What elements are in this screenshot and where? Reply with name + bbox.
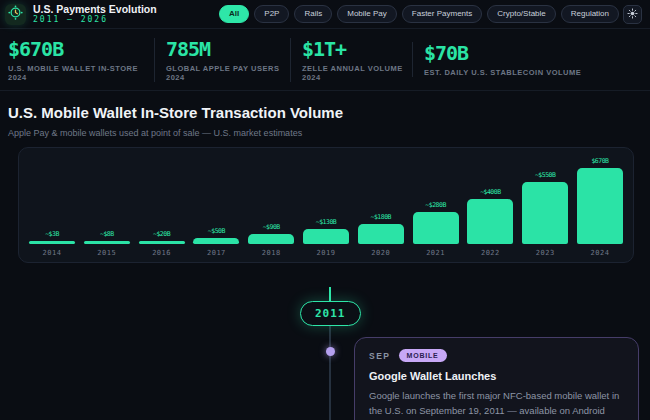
bar-2023 <box>522 182 568 244</box>
filter-bar: AllP2PRailsMobile PayFaster PaymentsCryp… <box>219 5 619 23</box>
event-description: Google launches the first major NFC-base… <box>369 388 624 420</box>
bar-value-label: ~$550B <box>535 171 555 179</box>
bar-year-label: 2020 <box>371 249 390 257</box>
filter-pill-mobile-pay[interactable]: Mobile Pay <box>337 5 397 23</box>
bar-value-label: ~$400B <box>480 188 500 196</box>
bar-year-label: 2017 <box>207 249 226 257</box>
bar-column-2023: ~$550B2023 <box>522 171 568 257</box>
bar-chart-card: ~$3B2014~$8B2015~$20B2016~$50B2017~$90B2… <box>18 147 634 263</box>
bar-2020 <box>358 224 404 244</box>
event-title: Google Wallet Launches <box>369 370 624 382</box>
filter-pill-all[interactable]: All <box>219 5 249 23</box>
bar-chart: ~$3B2014~$8B2015~$20B2016~$50B2017~$90B2… <box>29 157 623 257</box>
filter-pill-p2p[interactable]: P2P <box>254 5 289 23</box>
stats-strip: $670BU.S. MOBILE WALLET IN-STORE 2024785… <box>0 29 650 91</box>
stat-card-3: $1T+ZELLE ANNUAL VOLUME 2024 <box>290 38 412 82</box>
event-meta-row: SEP MOBILE <box>369 349 624 362</box>
bar-value-label: ~$280B <box>425 201 445 209</box>
bar-year-label: 2015 <box>97 249 116 257</box>
bar-year-label: 2023 <box>536 249 555 257</box>
bar-2018 <box>248 234 294 244</box>
bar-column-2017: ~$50B2017 <box>193 227 239 257</box>
bar-value-label: ~$130B <box>316 218 336 226</box>
bar-column-2020: ~$180B2020 <box>358 213 404 257</box>
filter-pill-crypto-stable[interactable]: Crypto/Stable <box>487 5 555 23</box>
sun-icon <box>627 5 638 23</box>
bar-column-2021: ~$280B2021 <box>413 201 459 257</box>
app-header: U.S. Payments Evolution 2011 – 2026 AllP… <box>0 0 650 29</box>
stat-value: $70B <box>424 42 632 64</box>
bar-column-2016: ~$20B2016 <box>139 230 185 257</box>
filter-pill-faster-payments[interactable]: Faster Payments <box>402 5 482 23</box>
bar-2015 <box>84 241 130 244</box>
bar-value-label: ~$20B <box>153 230 170 238</box>
bar-value-label: ~$50B <box>208 227 225 235</box>
app-year-range: 2011 – 2026 <box>33 15 157 25</box>
stat-value: $1T+ <box>302 38 412 60</box>
stat-label: ZELLE ANNUAL VOLUME 2024 <box>302 64 412 82</box>
bar-year-label: 2014 <box>43 249 62 257</box>
stat-card-1: $670BU.S. MOBILE WALLET IN-STORE 2024 <box>8 38 154 82</box>
bar-year-label: 2018 <box>262 249 281 257</box>
theme-toggle-button[interactable] <box>623 5 642 24</box>
chart-subtitle: Apple Pay & mobile wallets used at point… <box>8 128 642 138</box>
bar-value-label: ~$8B <box>100 230 114 238</box>
stat-label: U.S. MOBILE WALLET IN-STORE 2024 <box>8 64 154 82</box>
bar-value-label: ~$90B <box>263 223 280 231</box>
stat-value: $670B <box>8 38 154 60</box>
app-title: U.S. Payments Evolution <box>33 4 157 15</box>
bar-2014 <box>29 241 75 244</box>
bar-column-2018: ~$90B2018 <box>248 223 294 257</box>
bar-column-2014: ~$3B2014 <box>29 230 75 257</box>
timeline-event-card[interactable]: SEP MOBILE Google Wallet Launches Google… <box>354 337 639 420</box>
bar-2017 <box>193 238 239 244</box>
stat-label: GLOBAL APPLE PAY USERS 2024 <box>166 64 290 82</box>
bar-2016 <box>139 241 185 244</box>
bar-column-2019: ~$130B2019 <box>303 218 349 257</box>
stat-label: EST. DAILY U.S. STABLECOIN VOLUME <box>424 68 632 77</box>
bar-2022 <box>467 199 513 244</box>
bar-year-label: 2019 <box>317 249 336 257</box>
bar-column-2015: ~$8B2015 <box>84 230 130 257</box>
bar-2024 <box>577 168 623 244</box>
app-logo <box>5 4 26 25</box>
filter-pill-regulation[interactable]: Regulation <box>561 5 619 23</box>
bar-value-label: ~$180B <box>371 213 391 221</box>
bar-value-label: $670B <box>591 157 608 165</box>
bar-year-label: 2024 <box>591 249 610 257</box>
bar-year-label: 2021 <box>426 249 445 257</box>
bar-value-label: ~$3B <box>45 230 59 238</box>
bar-year-label: 2022 <box>481 249 500 257</box>
bar-column-2022: ~$400B2022 <box>467 188 513 257</box>
timeline-event-dot <box>326 347 335 356</box>
event-category-badge: MOBILE <box>399 349 447 362</box>
header-text: U.S. Payments Evolution 2011 – 2026 <box>33 4 157 25</box>
stat-card-4: $70BEST. DAILY U.S. STABLECOIN VOLUME <box>412 42 632 77</box>
stat-value: 785M <box>166 38 290 60</box>
chart-section-heading: U.S. Mobile Wallet In-Store Transaction … <box>0 91 650 138</box>
event-month-label: SEP <box>369 351 391 361</box>
timeline-year-pill[interactable]: 2011 <box>300 301 361 326</box>
bar-year-label: 2016 <box>152 249 171 257</box>
bar-column-2024: $670B2024 <box>577 157 623 257</box>
bar-2019 <box>303 229 349 244</box>
stat-card-2: 785MGLOBAL APPLE PAY USERS 2024 <box>154 38 290 82</box>
bar-2021 <box>413 212 459 244</box>
filter-pill-rails[interactable]: Rails <box>294 5 332 23</box>
clock-icon <box>8 5 23 24</box>
chart-title: U.S. Mobile Wallet In-Store Transaction … <box>8 104 642 121</box>
